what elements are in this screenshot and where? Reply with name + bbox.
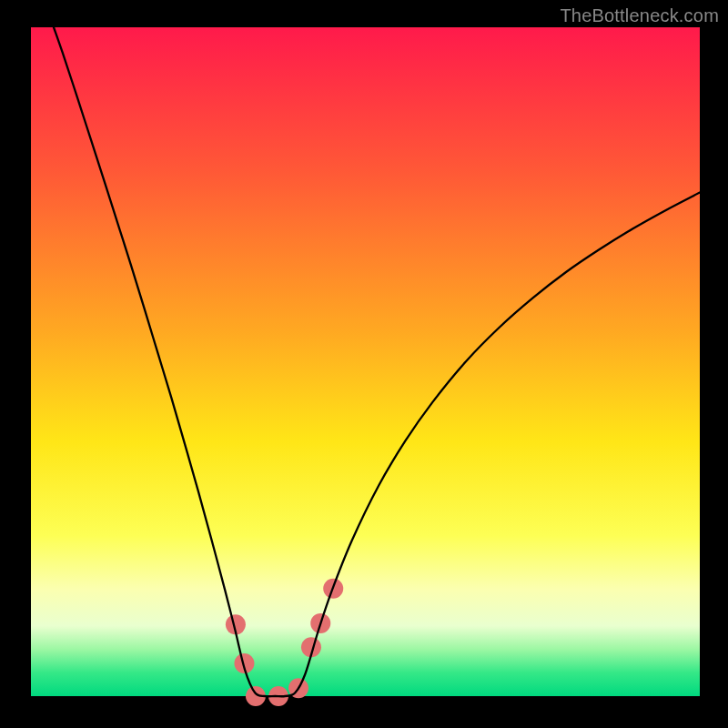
chart-svg: [0, 0, 728, 728]
watermark-text: TheBottleneck.com: [560, 5, 719, 26]
plot-background: [31, 27, 700, 696]
chart-stage: TheBottleneck.com: [0, 0, 728, 728]
